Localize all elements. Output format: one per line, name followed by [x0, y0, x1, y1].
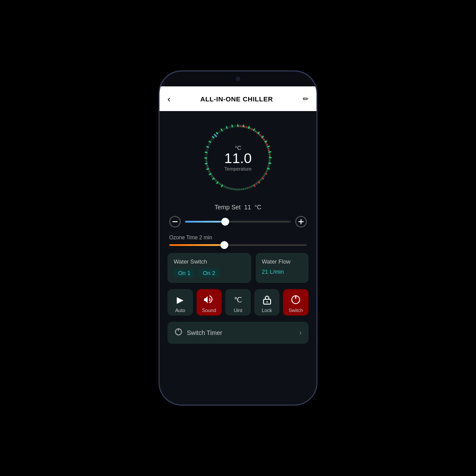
- temp-set-value: 11: [244, 204, 251, 211]
- edit-button[interactable]: ✏: [303, 95, 309, 103]
- screen: ‹ ALL-IN-ONE CHILLER ✏: [160, 71, 316, 405]
- switch-label: Switch: [289, 308, 303, 313]
- svg-rect-29: [261, 177, 264, 180]
- svg-rect-9: [206, 146, 209, 148]
- svg-rect-21: [261, 135, 264, 138]
- svg-rect-4: [208, 173, 212, 175]
- svg-rect-3: [212, 177, 215, 180]
- temp-set-row: Temp Set 11 °C: [167, 204, 309, 211]
- water-switch-on1[interactable]: On 1: [174, 268, 195, 278]
- svg-rect-22: [264, 140, 268, 142]
- svg-rect-33: [172, 221, 178, 222]
- lock-icon: [261, 294, 273, 306]
- svg-rect-10: [208, 141, 212, 143]
- auto-button[interactable]: ▶ Auto: [167, 289, 193, 316]
- temp-slider-row: [167, 216, 309, 227]
- svg-rect-16: [237, 124, 238, 127]
- water-flow-card: Water Flow 21 L/min: [256, 253, 309, 283]
- svg-rect-14: [226, 126, 228, 129]
- sound-button[interactable]: Sound: [197, 289, 222, 316]
- svg-rect-6: [205, 163, 208, 164]
- svg-rect-13: [220, 128, 223, 131]
- gauge-section: °C 11.0 Temperature: [167, 118, 309, 197]
- water-switch-on2[interactable]: On 2: [198, 268, 219, 278]
- svg-rect-27: [267, 167, 270, 170]
- action-buttons-row: ▶ Auto Sound ℃ Uint: [167, 289, 309, 316]
- svg-rect-25: [269, 157, 271, 158]
- svg-rect-18: [248, 126, 250, 129]
- svg-rect-17: [242, 124, 244, 127]
- cards-row: Water Switch On 1 On 2 Water Flow 21 L/m…: [167, 253, 309, 283]
- ozone-slider-track[interactable]: [169, 244, 307, 246]
- water-flow-title: Water Flow: [262, 258, 302, 265]
- svg-rect-15: [231, 125, 233, 128]
- water-switch-title: Water Switch: [174, 258, 245, 265]
- temp-decrease-button[interactable]: [169, 216, 181, 227]
- phone-shell: ‹ ALL-IN-ONE CHILLER ✏: [159, 71, 317, 405]
- switch-timer-label: Switch Timer: [187, 329, 222, 336]
- header-title: ALL-IN-ONE CHILLER: [200, 95, 273, 103]
- svg-rect-26: [268, 162, 271, 164]
- svg-rect-5: [206, 168, 209, 170]
- uint-button[interactable]: ℃ Uint: [225, 289, 251, 316]
- temp-set-unit: °C: [255, 204, 262, 211]
- water-switch-card[interactable]: Water Switch On 1 On 2: [167, 253, 251, 283]
- svg-rect-31: [253, 184, 255, 187]
- auto-icon: ▶: [174, 294, 186, 306]
- svg-rect-19: [253, 128, 255, 131]
- switch-timer-left: Switch Timer: [175, 328, 222, 338]
- svg-rect-12: [216, 132, 218, 135]
- ozone-slider-thumb[interactable]: [220, 241, 228, 249]
- lock-button[interactable]: Lock: [254, 289, 280, 316]
- switch-button[interactable]: Switch: [283, 289, 309, 316]
- water-switch-values: On 1 On 2: [174, 268, 245, 278]
- gauge-label: Temperature: [224, 166, 252, 171]
- camera-dot: [236, 77, 240, 81]
- svg-rect-11: [212, 136, 215, 138]
- temp-slider-track[interactable]: [185, 221, 291, 223]
- svg-rect-2: [216, 181, 219, 184]
- temp-slider-fill: [185, 221, 225, 223]
- svg-rect-1: [221, 184, 223, 187]
- svg-rect-35: [298, 221, 304, 222]
- gauge-container: °C 11.0 Temperature: [198, 118, 278, 197]
- svg-rect-30: [257, 181, 260, 184]
- lock-label: Lock: [262, 308, 272, 313]
- water-flow-value: 21 L/min: [262, 268, 302, 275]
- sound-label: Sound: [202, 308, 216, 313]
- svg-rect-32: [214, 134, 217, 137]
- switch-timer-row[interactable]: Switch Timer ›: [167, 322, 309, 344]
- ozone-slider-row: [167, 244, 309, 246]
- temp-set-label: Temp Set: [215, 204, 241, 211]
- svg-rect-8: [205, 152, 208, 153]
- svg-rect-20: [257, 131, 260, 134]
- svg-rect-23: [267, 145, 270, 148]
- svg-rect-7: [205, 157, 207, 159]
- sound-icon: [203, 294, 215, 306]
- gauge-center: °C 11.0 Temperature: [224, 145, 252, 171]
- main-content: °C 11.0 Temperature Temp Set 11 °C: [160, 111, 316, 405]
- back-button[interactable]: ‹: [167, 94, 171, 104]
- ozone-label: Ozone Time 2 min: [167, 234, 309, 241]
- gauge-value: 11.0: [224, 151, 252, 165]
- svg-rect-24: [268, 151, 271, 153]
- svg-point-37: [266, 301, 268, 303]
- temp-slider-thumb[interactable]: [221, 218, 229, 226]
- auto-label: Auto: [175, 308, 185, 313]
- switch-timer-icon: [175, 328, 182, 338]
- uint-icon: ℃: [232, 294, 244, 306]
- uint-label: Uint: [234, 308, 242, 313]
- app-header: ‹ ALL-IN-ONE CHILLER ✏: [160, 86, 316, 111]
- switch-icon: [290, 294, 302, 306]
- svg-rect-28: [264, 173, 268, 175]
- switch-timer-chevron: ›: [299, 329, 301, 337]
- ozone-slider-fill: [169, 244, 224, 246]
- temp-increase-button[interactable]: [295, 216, 307, 227]
